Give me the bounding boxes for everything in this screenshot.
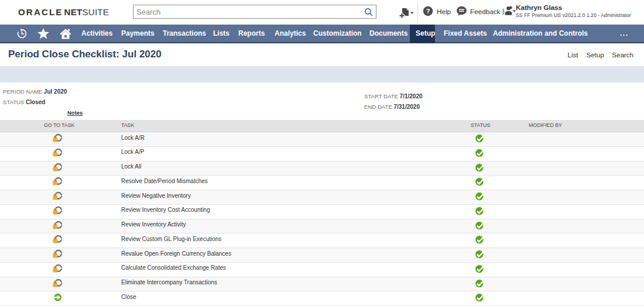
svg-text:?: ? <box>426 8 430 15</box>
